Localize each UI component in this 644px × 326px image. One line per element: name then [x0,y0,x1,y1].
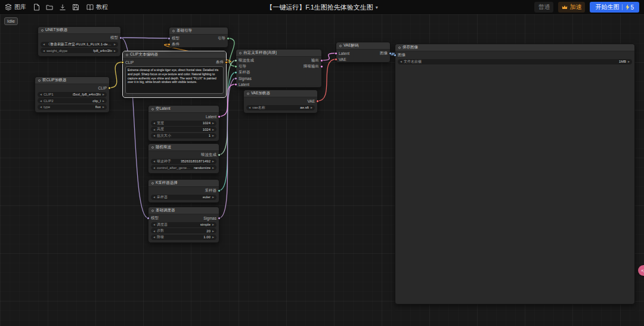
generate-button[interactable]: 开始生图 5 [590,2,639,13]
mode-boost-button[interactable]: 加速 [558,2,585,13]
increment-arrow[interactable]: ▸ [103,99,104,103]
decrement-arrow[interactable]: ◂ [153,195,155,199]
node-header[interactable]: 基础调度器 [148,207,219,214]
output-port-降噪输出[interactable] [320,65,323,68]
floating-badge[interactable]: +2 [638,265,644,276]
input-port-CLIP[interactable] [121,61,124,64]
increment-arrow[interactable]: ▸ [212,128,214,131]
decrement-arrow[interactable]: ◂ [43,49,45,53]
widget-value[interactable]: ◂《整蛊刷新工作室-FLUX.1_FLUX.1-dev-fp8▸ [41,42,118,47]
increment-arrow[interactable]: ▸ [212,121,214,125]
node-ksampler-select[interactable]: K采样器选择采样器◂采样器euler▸ [148,179,219,203]
decrement-arrow[interactable]: ◂ [153,134,155,137]
node-random-noise[interactable]: 随机噪波噪波生成◂噪波种子352631831871492▸◂control_af… [148,143,219,174]
increment-arrow[interactable]: ▸ [212,159,214,163]
output-port-引导[interactable] [227,37,230,40]
node-header[interactable]: 自定义采样器(高级) [236,50,321,57]
input-port-条件[interactable] [168,43,171,46]
node-sampler-custom-adv[interactable]: 自定义采样器(高级)噪波生成输出引导降噪输出采样器SigmasLatent [236,49,322,88]
input-port-模型[interactable] [168,37,171,40]
increment-arrow[interactable]: ▸ [212,235,214,239]
node-header[interactable]: 双CLIP加载器 [35,77,109,84]
increment-arrow[interactable]: ▸ [311,106,312,109]
open-folder-icon[interactable] [46,4,53,11]
output-port-图像[interactable] [389,52,392,55]
node-header[interactable]: K采样器选择 [148,180,219,187]
node-header[interactable]: VAE加载器 [244,90,317,97]
node-save-image[interactable]: 保存图像图像◂文件名前缀1MB▸ [395,44,635,305]
node-header[interactable]: UNET加载器 [38,27,120,34]
input-port-图像[interactable] [394,54,397,57]
node-basic-guider[interactable]: 基础引导模型引导条件 [169,27,228,48]
widget-采样器[interactable]: ◂采样器euler▸ [151,195,216,200]
node-header[interactable]: CLIP文本编码器 [123,51,226,59]
output-port-噪波生成[interactable] [218,153,221,156]
widget-降噪[interactable]: ◂降噪1.00▸ [151,235,216,240]
increment-arrow[interactable]: ▸ [212,229,214,233]
node-header[interactable]: 随机噪波 [148,144,219,151]
workflow-title-dropdown[interactable]: 【一键运行】F.1生图抢先体验文生图 ▾ [266,3,378,12]
collapse-toggle-icon[interactable] [339,45,342,47]
collapse-toggle-icon[interactable] [151,108,154,110]
decrement-arrow[interactable]: ◂ [43,42,45,46]
collapse-toggle-icon[interactable] [172,30,175,32]
widget-CLIP1[interactable]: ◂CLIP1t5xxl_fp8_e4m3fn▸ [38,92,107,97]
widget-weight_dtype[interactable]: ◂weight_dtypefp8_e4m3fn▸ [41,48,118,53]
widget-文件名前缀[interactable]: ◂文件名前缀1MB▸ [398,59,632,64]
save-icon[interactable] [72,4,79,11]
node-empty-latent[interactable]: 空LatentLatent◂宽度1024▸◂高度1024▸◂批次大小1▸ [148,105,219,142]
widget-步数[interactable]: ◂步数20▸ [151,228,216,233]
collapse-toggle-icon[interactable] [247,93,249,95]
decrement-arrow[interactable]: ◂ [153,166,155,170]
prompt-textarea[interactable]: Extreme closeup of a single tiger eye, d… [125,66,224,94]
node-header[interactable]: 保存图像 [395,44,634,51]
gallery-button[interactable]: 图库 [5,3,26,11]
output-port-采样器[interactable] [218,189,221,192]
increment-arrow[interactable]: ▸ [114,42,116,46]
output-port-VAE[interactable] [316,100,319,103]
collapse-toggle-icon[interactable] [38,79,41,82]
node-header[interactable]: 基础引导 [169,27,228,35]
tutorial-button[interactable]: 教程 [86,3,108,11]
widget-vae名称[interactable]: ◂vae名称ae.sft▸ [246,105,315,110]
collapse-toggle-icon[interactable] [151,146,154,149]
widget-CLIP2[interactable]: ◂CLIP2clip_l▸ [38,98,107,103]
new-file-icon[interactable] [33,4,40,11]
node-vae-decode[interactable]: VAE解码Latent图像VAE [336,42,391,63]
increment-arrow[interactable]: ▸ [212,134,214,137]
input-port-Latent[interactable] [234,83,237,86]
decrement-arrow[interactable]: ◂ [153,128,155,131]
mode-normal-button[interactable]: 普通 [534,2,553,13]
node-canvas[interactable]: Idle +2 UNET加载器模型◂《整蛊刷新工作室-FLUX.1_FLUX.1… [0,14,644,326]
increment-arrow[interactable]: ▸ [212,195,214,199]
increment-arrow[interactable]: ▸ [103,93,104,96]
input-port-模型[interactable] [147,217,150,220]
widget-control_after_generate[interactable]: ◂control_after_generaterandomize▸ [151,165,216,170]
output-port-条件[interactable] [225,61,228,64]
download-icon[interactable] [59,4,66,11]
widget-高度[interactable]: ◂高度1024▸ [151,127,216,132]
input-port-Latent[interactable] [335,52,338,55]
node-header[interactable]: 空Latent [148,106,219,113]
input-port-引导[interactable] [234,65,237,68]
widget-type[interactable]: ◂typeflux▸ [38,104,107,110]
increment-arrow[interactable]: ▸ [114,49,116,53]
decrement-arrow[interactable]: ◂ [153,159,155,163]
decrement-arrow[interactable]: ◂ [153,235,155,239]
decrement-arrow[interactable]: ◂ [153,223,155,226]
increment-arrow[interactable]: ▸ [212,166,214,170]
node-vae-loader[interactable]: VAE加载器VAE◂vae名称ae.sft▸ [243,90,318,113]
decrement-arrow[interactable]: ◂ [40,93,42,96]
collapse-toggle-icon[interactable] [41,29,44,32]
decrement-arrow[interactable]: ◂ [249,106,250,109]
node-dualclip-loader[interactable]: 双CLIP加载器CLIP◂CLIP1t5xxl_fp8_e4m3fn▸◂CLIP… [35,76,110,113]
decrement-arrow[interactable]: ◂ [153,229,155,233]
output-port-输出[interactable] [320,59,323,62]
widget-宽度[interactable]: ◂宽度1024▸ [151,121,216,126]
node-header[interactable]: VAE解码 [336,42,390,50]
input-port-Sigmas[interactable] [234,77,237,80]
collapse-toggle-icon[interactable] [151,210,154,212]
increment-arrow[interactable]: ▸ [103,105,104,109]
output-port-模型[interactable] [119,36,122,39]
node-clip-text-encode[interactable]: CLIP文本编码器CLIP条件Extreme closeup of a sing… [122,51,227,98]
